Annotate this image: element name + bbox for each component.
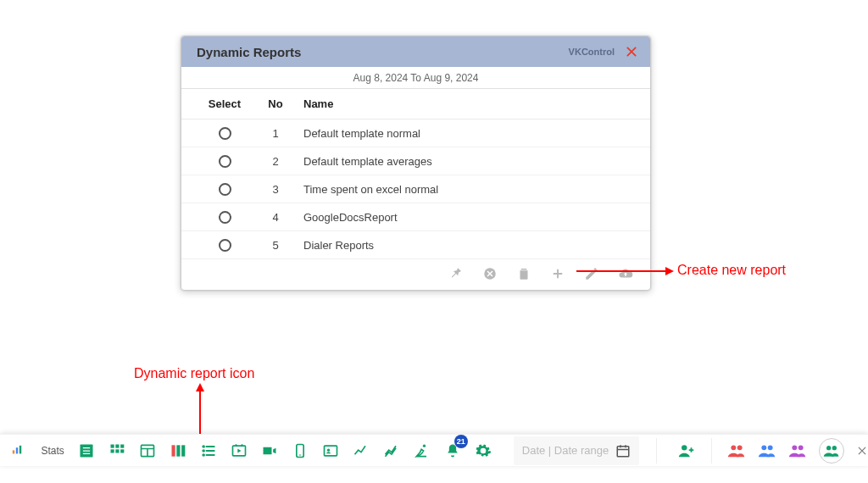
plus-icon bbox=[550, 266, 565, 281]
modal-title: Dynamic Reports bbox=[197, 45, 301, 59]
svg-rect-34 bbox=[324, 446, 337, 456]
grid-icon bbox=[108, 442, 125, 459]
svg-point-43 bbox=[792, 445, 797, 450]
table-row[interactable]: 3 Time spent on excel normal bbox=[181, 175, 650, 203]
table-header-row: Select No Name bbox=[181, 89, 650, 119]
column-button[interactable] bbox=[170, 442, 186, 459]
id-button[interactable] bbox=[322, 442, 339, 459]
list-icon bbox=[200, 442, 217, 459]
add-person-button[interactable] bbox=[677, 441, 696, 460]
table-row[interactable]: 4 GoogleDocsReport bbox=[181, 203, 650, 231]
row-no: 4 bbox=[254, 203, 297, 231]
people-icon bbox=[823, 442, 840, 459]
table-row[interactable]: 5 Dialer Reports bbox=[181, 231, 650, 259]
svg-rect-16 bbox=[115, 444, 119, 447]
play-box-icon bbox=[231, 442, 248, 459]
surfing-icon bbox=[414, 442, 431, 459]
stats-chart-icon bbox=[12, 445, 24, 457]
date-range-placeholder: Date | Date range bbox=[522, 444, 609, 457]
row-no: 2 bbox=[254, 147, 297, 175]
radio-button[interactable] bbox=[219, 211, 231, 224]
svg-rect-13 bbox=[19, 445, 21, 453]
mobile-button[interactable] bbox=[292, 442, 309, 459]
delete-button[interactable] bbox=[516, 266, 531, 281]
svg-rect-22 bbox=[171, 445, 175, 456]
video-play-button[interactable] bbox=[231, 442, 248, 459]
svg-point-45 bbox=[826, 446, 831, 450]
radio-button[interactable] bbox=[219, 127, 231, 140]
svg-rect-19 bbox=[115, 449, 119, 452]
svg-marker-9 bbox=[196, 383, 204, 391]
trash-icon bbox=[516, 266, 531, 281]
team-red-button[interactable] bbox=[727, 441, 746, 460]
svg-point-44 bbox=[798, 445, 804, 450]
table-row[interactable]: 2 Default template averages bbox=[181, 147, 650, 175]
svg-rect-18 bbox=[110, 449, 114, 452]
svg-point-29 bbox=[203, 454, 204, 456]
table-row[interactable]: 1 Default template normal bbox=[181, 119, 650, 147]
activity-button[interactable] bbox=[414, 442, 431, 459]
svg-point-27 bbox=[203, 450, 204, 452]
sheet-button[interactable] bbox=[78, 442, 95, 459]
radio-button[interactable] bbox=[219, 183, 231, 196]
svg-rect-37 bbox=[617, 446, 629, 456]
brand-label: VKControl bbox=[569, 47, 615, 57]
notification-badge: 21 bbox=[454, 435, 468, 448]
col-name: Name bbox=[297, 89, 650, 119]
row-name: Default template averages bbox=[297, 147, 650, 175]
camera-button[interactable] bbox=[261, 442, 278, 459]
team-purple-button[interactable] bbox=[788, 441, 807, 460]
camera-icon bbox=[261, 442, 278, 459]
gear-icon bbox=[475, 442, 492, 459]
svg-point-35 bbox=[327, 448, 330, 451]
team-blue-button[interactable] bbox=[758, 441, 776, 460]
modal-header: Dynamic Reports VKControl bbox=[181, 36, 650, 67]
trend-button[interactable] bbox=[353, 442, 370, 459]
id-card-icon bbox=[322, 442, 339, 459]
row-name: Time spent on excel normal bbox=[297, 175, 650, 203]
row-name: Default template normal bbox=[297, 119, 650, 147]
stats-label[interactable]: Stats bbox=[41, 445, 64, 457]
radio-button[interactable] bbox=[219, 239, 231, 252]
toolbar-divider bbox=[656, 438, 657, 464]
multi-trend-button[interactable] bbox=[383, 442, 400, 459]
svg-point-46 bbox=[832, 446, 837, 450]
svg-point-39 bbox=[731, 445, 736, 450]
cancel-button[interactable] bbox=[482, 266, 498, 281]
team-selected-button[interactable] bbox=[819, 438, 844, 464]
svg-rect-17 bbox=[120, 444, 124, 447]
sheet-icon bbox=[78, 442, 95, 459]
notifications-button[interactable]: 21 bbox=[444, 442, 461, 459]
svg-point-25 bbox=[203, 446, 204, 447]
toolbar-divider bbox=[711, 438, 712, 464]
add-button[interactable] bbox=[550, 266, 565, 281]
svg-point-41 bbox=[761, 445, 766, 450]
settings-button[interactable] bbox=[475, 442, 492, 459]
web-layout-icon bbox=[139, 442, 156, 459]
svg-rect-23 bbox=[176, 445, 180, 456]
svg-rect-12 bbox=[16, 447, 18, 453]
people-icon bbox=[758, 441, 776, 460]
radio-button[interactable] bbox=[219, 155, 231, 168]
pin-button[interactable] bbox=[448, 266, 464, 281]
row-name: GoogleDocsReport bbox=[297, 203, 650, 231]
close-button[interactable] bbox=[621, 46, 642, 58]
multi-trend-icon bbox=[383, 442, 400, 459]
dynamic-reports-button[interactable] bbox=[200, 442, 217, 459]
date-range-input[interactable]: Date | Date range bbox=[514, 436, 639, 465]
web-button[interactable] bbox=[139, 442, 156, 459]
annotation-dynamic-icon: Dynamic report icon bbox=[134, 366, 254, 381]
col-select: Select bbox=[181, 89, 254, 119]
svg-marker-8 bbox=[665, 267, 674, 275]
grid-button[interactable] bbox=[108, 442, 125, 459]
people-filter-cluster bbox=[677, 438, 868, 464]
svg-point-36 bbox=[423, 444, 426, 447]
date-range: Aug 8, 2024 To Aug 9, 2024 bbox=[181, 67, 650, 89]
arrow-dynamic-icon bbox=[194, 383, 206, 439]
svg-rect-20 bbox=[120, 449, 124, 452]
svg-point-40 bbox=[737, 445, 743, 450]
x-icon bbox=[856, 445, 868, 457]
columns-icon bbox=[170, 442, 186, 459]
clear-filter-button[interactable] bbox=[856, 445, 868, 457]
calendar-icon bbox=[615, 443, 631, 458]
